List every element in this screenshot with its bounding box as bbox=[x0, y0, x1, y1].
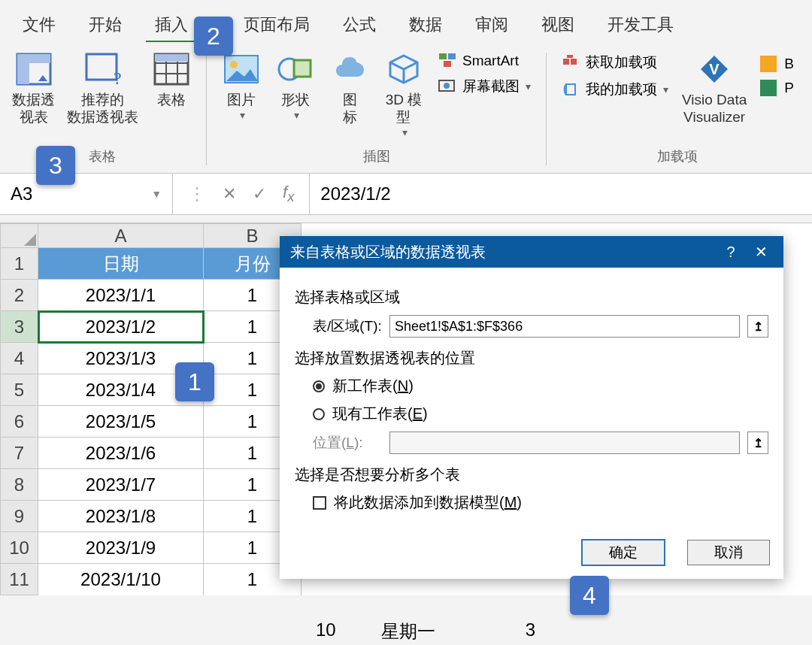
screenshot-button[interactable]: 屏幕截图 ▾ bbox=[432, 75, 537, 98]
range-picker-button[interactable]: ↥ bbox=[747, 315, 768, 338]
tab-review[interactable]: 审阅 bbox=[459, 8, 525, 42]
my-addins-button[interactable]: 我的加载项 ▾ bbox=[556, 78, 674, 101]
3d-models-button[interactable]: 3D 模 型 ▾ bbox=[378, 47, 429, 141]
my-addins-label: 我的加载项 bbox=[586, 80, 657, 99]
step-callout-3: 3 bbox=[36, 146, 75, 185]
location-input bbox=[389, 432, 740, 454]
cell[interactable]: 2023/1/1 bbox=[38, 280, 204, 311]
fx-icon[interactable]: fx bbox=[283, 183, 294, 205]
shapes-button[interactable]: 形状 ▾ bbox=[270, 47, 321, 125]
screenshot-label: 屏幕截图 bbox=[462, 77, 520, 96]
pivot-table-button[interactable]: 数据透 视表 bbox=[8, 47, 59, 129]
enter-formula-button[interactable]: ✓ bbox=[253, 184, 266, 204]
svg-rect-15 bbox=[439, 53, 447, 59]
visio-label: Visio Data Visualizer bbox=[682, 92, 747, 126]
tab-file[interactable]: 文件 bbox=[6, 8, 72, 42]
visio-icon: V bbox=[693, 50, 735, 89]
ribbon: 数据透 视表 ? 推荐的 数据透视表 表格 表格 bbox=[0, 42, 812, 170]
row-header[interactable]: 7 bbox=[1, 438, 38, 469]
svg-rect-10 bbox=[155, 54, 188, 62]
smartart-button[interactable]: SmartArt bbox=[432, 51, 537, 71]
tab-view[interactable]: 视图 bbox=[525, 8, 591, 42]
recommended-pivot-label: 推荐的 数据透视表 bbox=[67, 92, 138, 126]
close-icon[interactable]: ✕ bbox=[746, 243, 776, 261]
section-heading: 选择是否想要分析多个表 bbox=[295, 465, 768, 485]
bing-maps-button[interactable]: B bbox=[754, 54, 800, 74]
screenshot-icon bbox=[438, 78, 458, 95]
group-addins: 获取加载项 我的加载项 ▾ V Visio Data Visualizer bbox=[551, 47, 804, 170]
ribbon-tabs: 文件 开始 插入 页面布局 公式 数据 审阅 视图 开发工具 bbox=[0, 0, 812, 42]
tab-home[interactable]: 开始 bbox=[72, 8, 138, 42]
header-cell[interactable]: 日期 bbox=[38, 248, 204, 280]
group-addins-label: 加载项 bbox=[657, 147, 698, 170]
row-header[interactable]: 5 bbox=[1, 374, 38, 406]
recommended-pivot-button[interactable]: ? 推荐的 数据透视表 bbox=[62, 47, 143, 129]
row-header[interactable]: 10 bbox=[1, 532, 38, 564]
radio-new-sheet[interactable]: 新工作表(N) bbox=[313, 376, 768, 396]
my-addins-icon bbox=[562, 81, 581, 98]
people-graph-button[interactable]: P bbox=[754, 78, 800, 98]
row-header[interactable]: 4 bbox=[1, 343, 38, 374]
pivot-table-label: 数据透 视表 bbox=[12, 92, 55, 126]
pictures-button[interactable]: 图片 ▾ bbox=[216, 47, 267, 125]
ok-button[interactable]: 确定 bbox=[582, 540, 665, 565]
checkbox-icon bbox=[313, 496, 326, 510]
shapes-label: 形状 bbox=[281, 92, 310, 109]
svg-rect-16 bbox=[448, 53, 456, 59]
svg-rect-14 bbox=[294, 60, 311, 77]
svg-rect-20 bbox=[563, 59, 569, 65]
dialog-titlebar[interactable]: 来自表格或区域的数据透视表 ? ✕ bbox=[280, 236, 783, 268]
row-header[interactable]: 11 bbox=[1, 564, 38, 595]
visio-button[interactable]: V Visio Data Visualizer bbox=[677, 47, 751, 129]
icons-button[interactable]: 图 标 bbox=[324, 47, 375, 129]
add-to-model-checkbox[interactable]: 将此数据添加到数据模型(M) bbox=[313, 492, 768, 513]
column-header-A[interactable]: A bbox=[38, 224, 204, 248]
select-all-corner[interactable] bbox=[1, 224, 38, 248]
active-cell[interactable]: 2023/1/2 bbox=[38, 311, 204, 343]
row-header[interactable]: 3 bbox=[1, 311, 38, 343]
row-header[interactable]: 8 bbox=[1, 469, 38, 501]
svg-rect-22 bbox=[567, 55, 573, 58]
cell: 10 bbox=[316, 619, 336, 643]
svg-rect-21 bbox=[571, 59, 577, 65]
cell[interactable]: 2023/1/8 bbox=[38, 501, 204, 532]
svg-rect-25 bbox=[760, 80, 777, 96]
section-heading: 选择表格或区域 bbox=[295, 287, 768, 307]
chevron-down-icon: ▾ bbox=[526, 80, 531, 92]
table-button[interactable]: 表格 bbox=[146, 47, 197, 112]
cell[interactable]: 2023/1/10 bbox=[38, 564, 204, 595]
cell[interactable]: 2023/1/7 bbox=[38, 469, 204, 501]
range-picker-button[interactable]: ↥ bbox=[747, 432, 768, 454]
tab-data[interactable]: 数据 bbox=[392, 8, 459, 42]
cell: 星期一 bbox=[381, 619, 435, 643]
cancel-formula-button[interactable]: ✕ bbox=[223, 184, 236, 204]
row-header[interactable]: 9 bbox=[1, 501, 38, 532]
get-addins-icon bbox=[562, 54, 581, 71]
ribbon-divider bbox=[546, 53, 547, 165]
svg-rect-2 bbox=[17, 54, 50, 63]
chevron-down-icon: ▾ bbox=[240, 109, 245, 122]
tab-formulas[interactable]: 公式 bbox=[326, 8, 392, 42]
row-header[interactable]: 2 bbox=[1, 280, 38, 311]
partial-row: 10 星期一 3 bbox=[316, 619, 535, 643]
name-box[interactable]: A3 ▼ bbox=[0, 174, 173, 214]
cell[interactable]: 2023/1/5 bbox=[38, 406, 204, 438]
table-range-input[interactable] bbox=[389, 315, 740, 338]
formula-input[interactable]: 2023/1/2 bbox=[309, 174, 812, 214]
svg-rect-3 bbox=[86, 54, 117, 80]
tab-dev[interactable]: 开发工具 bbox=[591, 8, 690, 42]
row-header[interactable]: 6 bbox=[1, 406, 38, 438]
location-label: 位置(L): bbox=[313, 433, 382, 453]
row-header[interactable]: 1 bbox=[1, 248, 38, 280]
cell[interactable]: 2023/1/6 bbox=[38, 438, 204, 469]
chevron-down-icon: ▾ bbox=[663, 83, 668, 95]
section-heading: 选择放置数据透视表的位置 bbox=[295, 348, 768, 368]
radio-existing-sheet[interactable]: 现有工作表(E) bbox=[313, 404, 768, 424]
3d-models-label: 3D 模 型 bbox=[386, 92, 423, 126]
get-addins-button[interactable]: 获取加载项 bbox=[556, 51, 674, 74]
tab-layout[interactable]: 页面布局 bbox=[227, 8, 326, 42]
help-button[interactable]: ? bbox=[716, 244, 746, 261]
step-callout-4: 4 bbox=[570, 576, 609, 615]
cancel-button[interactable]: 取消 bbox=[687, 540, 770, 565]
cell[interactable]: 2023/1/9 bbox=[38, 532, 204, 564]
